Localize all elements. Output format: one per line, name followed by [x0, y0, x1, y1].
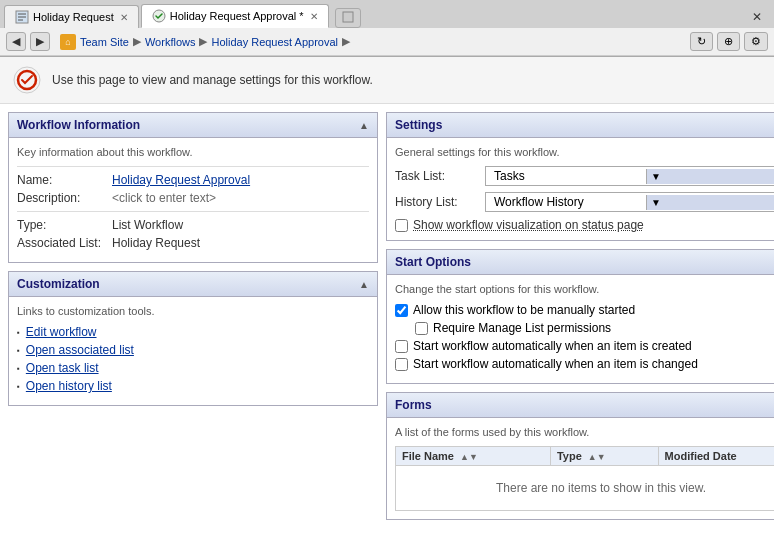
back-button[interactable]: ◀	[6, 32, 26, 51]
sort-type-icon: ▲▼	[588, 452, 606, 462]
workflow-info-panel: Workflow Information ▲ Key information a…	[8, 112, 378, 263]
home-icon: ⌂	[60, 34, 76, 50]
forms-table: File Name ▲▼ Type ▲▼ Modified Date	[395, 446, 774, 511]
customization-links: Edit workflow Open associated list Open …	[17, 325, 369, 393]
edit-workflow-link[interactable]: Edit workflow	[26, 325, 97, 339]
breadcrumb: ⌂ Team Site ▶ Workflows ▶ Holiday Reques…	[54, 34, 686, 50]
collapse-workflow-info-icon[interactable]: ▲	[359, 120, 369, 131]
open-task-list-link[interactable]: Open task list	[26, 361, 99, 375]
customization-body: Links to customization tools. Edit workf…	[9, 297, 377, 405]
tab2-label: Holiday Request Approval *	[170, 10, 304, 22]
list-item: Open history list	[17, 379, 369, 393]
associated-label: Associated List:	[17, 236, 112, 250]
breadcrumb-sep-2: ▶	[199, 35, 207, 48]
browser-chrome: Holiday Request ✕ Holiday Request Approv…	[0, 0, 774, 57]
start-options-title: Start Options	[395, 255, 471, 269]
settings-subtitle: General settings for this workflow.	[395, 146, 774, 158]
nav-bar: ◀ ▶ ⌂ Team Site ▶ Workflows ▶ Holiday Re…	[0, 28, 774, 56]
type-value: List Workflow	[112, 218, 183, 232]
right-column: Settings ▲ General settings for this wor…	[386, 112, 774, 542]
start-options-subtitle: Change the start options for this workfl…	[395, 283, 774, 295]
start-option-3-checkbox[interactable]	[395, 358, 408, 371]
workflow-info-body: Key information about this workflow. Nam…	[9, 138, 377, 262]
start-option-3: Start workflow automatically when an ite…	[395, 357, 774, 371]
tab-holiday-request-approval[interactable]: Holiday Request Approval * ✕	[141, 4, 329, 28]
description-row: Description: <click to enter text>	[17, 191, 369, 205]
show-visualization-row: Show workflow visualization on status pa…	[395, 218, 774, 232]
breadcrumb-sep-3: ▶	[342, 35, 350, 48]
history-list-select[interactable]: Workflow History ▼	[485, 192, 774, 212]
breadcrumb-workflow-name[interactable]: Holiday Request Approval	[211, 36, 338, 48]
forms-subtitle: A list of the forms used by this workflo…	[395, 426, 774, 438]
forms-panel: Forms ▲ A list of the forms used by this…	[386, 392, 774, 520]
sort-filename-icon: ▲▼	[460, 452, 478, 462]
start-option-1-label[interactable]: Require Manage List permissions	[433, 321, 611, 335]
refresh-button[interactable]: ↻	[690, 32, 713, 51]
task-list-dropdown-btn[interactable]: ▼	[646, 169, 774, 184]
tab2-close[interactable]: ✕	[310, 11, 318, 22]
list-icon	[15, 10, 29, 24]
breadcrumb-team-site[interactable]: Team Site	[80, 36, 129, 48]
forward-button[interactable]: ▶	[30, 32, 50, 51]
settings-body: General settings for this workflow. Task…	[387, 138, 774, 240]
task-list-select[interactable]: Tasks ▼	[485, 166, 774, 186]
no-items-message: There are no items to show in this view.	[402, 469, 774, 507]
page-description: Use this page to view and manage setting…	[52, 73, 373, 87]
customization-header: Customization ▲	[9, 272, 377, 297]
type-label: Type:	[17, 218, 112, 232]
workflow-settings-icon	[12, 65, 42, 95]
name-value[interactable]: Holiday Request Approval	[112, 173, 250, 187]
description-value[interactable]: <click to enter text>	[112, 191, 216, 205]
show-visualization-checkbox[interactable]	[395, 219, 408, 232]
new-tab-button[interactable]	[335, 8, 361, 28]
workflow-icon	[152, 9, 166, 23]
col-modified[interactable]: Modified Date	[658, 447, 774, 466]
history-list-dropdown-btn[interactable]: ▼	[646, 195, 774, 210]
forms-body: A list of the forms used by this workflo…	[387, 418, 774, 519]
start-option-0: Allow this workflow to be manually start…	[395, 303, 774, 317]
start-option-2-checkbox[interactable]	[395, 340, 408, 353]
globe-button[interactable]: ⊕	[717, 32, 740, 51]
history-list-row: History List: Workflow History ▼	[395, 192, 774, 212]
forms-title: Forms	[395, 398, 432, 412]
open-associated-list-link[interactable]: Open associated list	[26, 343, 134, 357]
settings-title: Settings	[395, 118, 442, 132]
description-label: Description:	[17, 191, 112, 205]
svg-rect-5	[343, 12, 353, 22]
breadcrumb-workflows[interactable]: Workflows	[145, 36, 196, 48]
workflow-info-title: Workflow Information	[17, 118, 140, 132]
collapse-customization-icon[interactable]: ▲	[359, 279, 369, 290]
browser-close-button[interactable]: ✕	[744, 6, 770, 28]
list-item: Edit workflow	[17, 325, 369, 339]
start-option-2: Start workflow automatically when an ite…	[395, 339, 774, 353]
associated-row: Associated List: Holiday Request	[17, 236, 369, 250]
col-filename[interactable]: File Name ▲▼	[396, 447, 551, 466]
start-option-1-checkbox[interactable]	[415, 322, 428, 335]
settings-button[interactable]: ⚙	[744, 32, 768, 51]
list-item: Open task list	[17, 361, 369, 375]
workflow-info-subtitle: Key information about this workflow.	[17, 146, 369, 158]
customization-title: Customization	[17, 277, 100, 291]
customization-panel: Customization ▲ Links to customization t…	[8, 271, 378, 406]
history-list-label: History List:	[395, 195, 485, 209]
tab-holiday-request[interactable]: Holiday Request ✕	[4, 5, 139, 28]
tab1-close[interactable]: ✕	[120, 12, 128, 23]
start-option-0-checkbox[interactable]	[395, 304, 408, 317]
show-visualization-label[interactable]: Show workflow visualization on status pa…	[413, 218, 644, 232]
left-column: Workflow Information ▲ Key information a…	[8, 112, 378, 542]
settings-header: Settings ▲	[387, 113, 774, 138]
start-option-0-label[interactable]: Allow this workflow to be manually start…	[413, 303, 635, 317]
workflow-info-header: Workflow Information ▲	[9, 113, 377, 138]
start-option-1: Require Manage List permissions	[415, 321, 774, 335]
type-row: Type: List Workflow	[17, 218, 369, 232]
list-item: Open associated list	[17, 343, 369, 357]
history-list-value: Workflow History	[486, 193, 646, 211]
start-option-3-label[interactable]: Start workflow automatically when an ite…	[413, 357, 698, 371]
name-label: Name:	[17, 173, 112, 187]
page-header: Use this page to view and manage setting…	[0, 57, 774, 104]
forms-header: Forms ▲	[387, 393, 774, 418]
col-type[interactable]: Type ▲▼	[550, 447, 658, 466]
open-history-list-link[interactable]: Open history list	[26, 379, 112, 393]
task-list-row: Task List: Tasks ▼	[395, 166, 774, 186]
start-option-2-label[interactable]: Start workflow automatically when an ite…	[413, 339, 692, 353]
